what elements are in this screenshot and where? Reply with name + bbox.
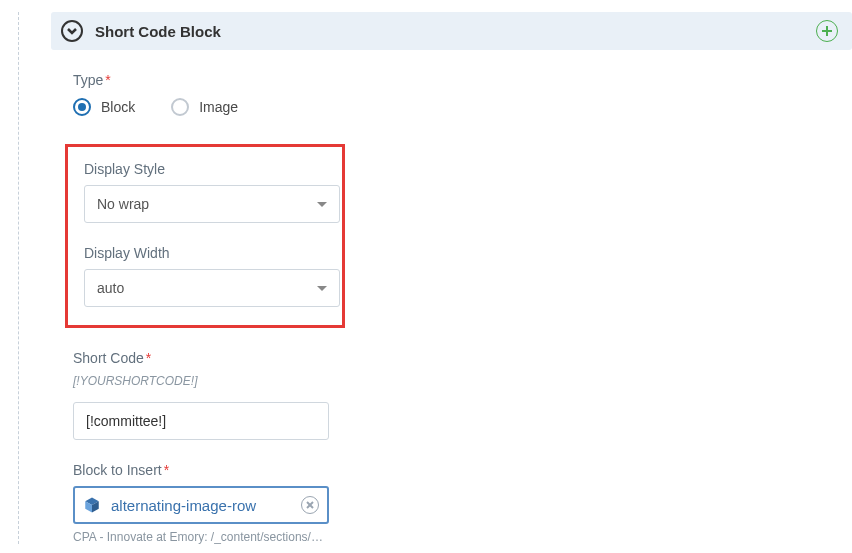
block-chip[interactable]: alternating-image-row — [73, 486, 329, 524]
shortcode-label-text: Short Code — [73, 350, 144, 366]
type-radio-group: Block Image — [73, 98, 852, 116]
section-title: Short Code Block — [95, 23, 221, 40]
required-asterisk: * — [164, 462, 169, 478]
type-label: Type* — [73, 72, 852, 88]
type-radio-image[interactable]: Image — [171, 98, 238, 116]
cube-icon — [83, 496, 101, 514]
caret-down-icon — [317, 286, 327, 291]
collapse-toggle[interactable] — [61, 20, 83, 42]
shortcode-hint: [!YOURSHORTCODE!] — [73, 374, 852, 388]
shortcode-input[interactable] — [73, 402, 329, 440]
display-width-value: auto — [97, 280, 124, 296]
remove-block-button[interactable] — [301, 496, 319, 514]
required-asterisk: * — [105, 72, 110, 88]
x-icon — [305, 500, 315, 510]
block-insert-label: Block to Insert* — [73, 462, 852, 478]
block-insert-label-text: Block to Insert — [73, 462, 162, 478]
radio-icon — [73, 98, 91, 116]
chevron-down-icon — [66, 25, 78, 37]
display-style-label: Display Style — [84, 161, 326, 177]
highlight-box: Display Style No wrap Display Width auto — [65, 144, 345, 328]
display-width-label: Display Width — [84, 245, 326, 261]
block-chip-label: alternating-image-row — [111, 497, 291, 514]
type-label-text: Type — [73, 72, 103, 88]
radio-icon — [171, 98, 189, 116]
shortcode-label: Short Code* — [73, 350, 852, 366]
display-style-select[interactable]: No wrap — [84, 185, 340, 223]
radio-label: Block — [101, 99, 135, 115]
required-asterisk: * — [146, 350, 151, 366]
display-width-select[interactable]: auto — [84, 269, 340, 307]
add-block-button[interactable] — [816, 20, 838, 42]
display-style-value: No wrap — [97, 196, 149, 212]
type-radio-block[interactable]: Block — [73, 98, 135, 116]
radio-label: Image — [199, 99, 238, 115]
block-path: CPA - Innovate at Emory: /_content/secti… — [73, 530, 852, 544]
section-header: Short Code Block — [51, 12, 852, 50]
plus-icon — [821, 25, 833, 37]
caret-down-icon — [317, 202, 327, 207]
